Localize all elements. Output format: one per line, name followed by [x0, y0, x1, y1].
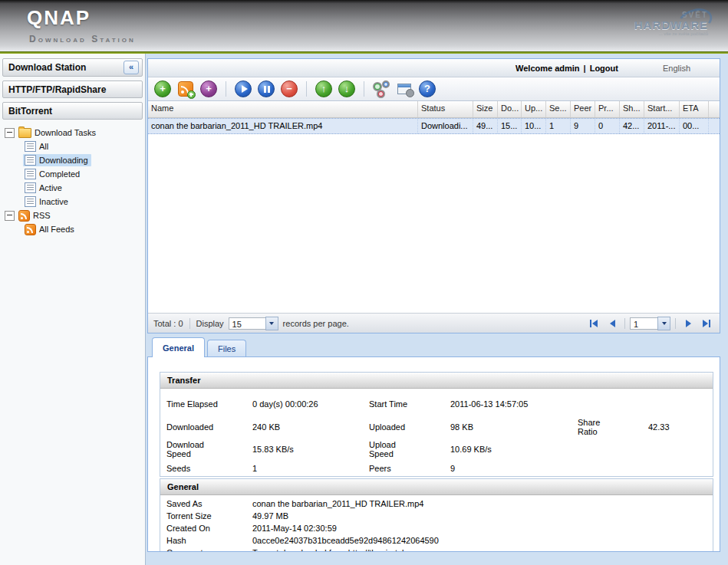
sidebar-title-bar: Download Station «: [2, 58, 143, 77]
cell-down: 15...: [498, 119, 522, 133]
collapse-minus-icon[interactable]: [5, 211, 15, 221]
settings-button[interactable]: [395, 79, 413, 99]
tree-item-download-tasks[interactable]: Download Tasks: [5, 126, 143, 140]
task-list-icon: [25, 182, 36, 193]
cell-up: 10...: [522, 119, 546, 133]
tree-item-label: Active: [39, 183, 62, 192]
pause-icon: [258, 80, 275, 97]
chevron-down-icon[interactable]: [657, 317, 670, 330]
column-header-share[interactable]: Sh...: [620, 101, 644, 117]
task-grid-panel: Welcome admin | Logout English + +: [147, 58, 720, 333]
add-url-button[interactable]: +: [199, 79, 218, 99]
priority-up-button[interactable]: ↑: [315, 79, 333, 99]
column-header-status[interactable]: Status: [418, 101, 473, 117]
next-page-button[interactable]: [680, 317, 696, 330]
welcome-bar: Welcome admin | Logout English: [148, 59, 720, 77]
column-header-up[interactable]: Up...: [522, 101, 546, 117]
uploaded-label: Uploaded: [369, 422, 450, 432]
toolbar: + + − ↑: [148, 77, 720, 101]
page-number-value[interactable]: 1: [630, 317, 657, 330]
priority-down-button[interactable]: ↓: [338, 79, 356, 99]
remove-task-button[interactable]: −: [280, 79, 298, 99]
tree-item-all-feeds[interactable]: All Feeds: [5, 222, 143, 236]
time-elapsed-value: 0 day(s) 00:00:26: [252, 399, 369, 409]
tree-item-all[interactable]: All: [5, 140, 143, 153]
column-header-start[interactable]: Start...: [644, 101, 680, 117]
tree-item-inactive[interactable]: Inactive: [5, 195, 143, 209]
column-header-name[interactable]: Name: [148, 101, 418, 117]
qnap-logo: QNAP: [27, 6, 91, 30]
page-size-value[interactable]: 15: [229, 317, 265, 330]
toolbar-separator: [226, 81, 226, 97]
prev-page-button[interactable]: [604, 317, 620, 330]
column-header-eta[interactable]: ETA: [680, 101, 709, 117]
tree-item-completed[interactable]: Completed: [5, 167, 143, 181]
toolbar-separator: [306, 81, 307, 97]
accordion-bittorrent[interactable]: BitTorrent: [2, 102, 143, 120]
tree-item-label: All Feeds: [39, 225, 74, 234]
app-header: QNAP Download Station SVĚT HARDWARE ... …: [0, 0, 728, 51]
last-page-button[interactable]: [699, 317, 714, 330]
cell-peer: 9: [571, 119, 595, 133]
sidebar: Download Station « HTTP/FTP/RapidShare B…: [0, 54, 146, 565]
transfer-section-body: Time Elapsed 0 day(s) 00:00:26 Start Tim…: [160, 389, 713, 476]
app-subtitle: Download Station: [29, 34, 136, 44]
page-number-combo[interactable]: 1: [630, 317, 670, 330]
bt-config-button[interactable]: [372, 79, 390, 99]
start-time-value: 2011-06-13 14:57:05: [450, 399, 578, 409]
column-header-size[interactable]: Size: [473, 101, 498, 117]
window-gear-icon: [397, 84, 411, 94]
accordion-http-ftp-rapidshare[interactable]: HTTP/FTP/RapidShare: [2, 80, 143, 98]
main-area: Welcome admin | Logout English + +: [146, 54, 728, 565]
upload-speed-label: Upload Speed: [369, 440, 415, 458]
tree-item-label: Downloading: [39, 156, 88, 165]
accordion-label: BitTorrent: [8, 106, 52, 117]
rss-icon: [18, 210, 30, 222]
add-icon: +: [154, 80, 171, 97]
task-list-icon: [25, 141, 36, 152]
grid-empty-area: [148, 134, 720, 313]
tree-item-label: RSS: [33, 211, 51, 220]
add-rss-feed-button[interactable]: [176, 79, 195, 99]
logout-link[interactable]: Logout: [590, 64, 618, 73]
sidebar-collapse-button[interactable]: «: [124, 61, 139, 74]
transfer-fieldset: Transfer Time Elapsed 0 day(s) 00:00:26 …: [160, 372, 713, 477]
page-size-combo[interactable]: 15: [229, 317, 278, 330]
tree-item-rss[interactable]: RSS: [5, 209, 143, 222]
help-button[interactable]: ?: [418, 79, 436, 99]
column-header-peer[interactable]: Peer: [571, 101, 595, 117]
plus-badge-icon: [187, 90, 196, 99]
tab-general[interactable]: General: [152, 337, 205, 357]
column-header-priority[interactable]: Pr...: [595, 101, 620, 117]
play-icon: [235, 80, 252, 97]
general-fieldset: General Saved As conan the barbarian_201…: [160, 478, 713, 552]
seeds-label: Seeds: [166, 464, 252, 473]
cell-eta: 00...: [680, 119, 709, 133]
comment-label: Comment: [166, 548, 252, 552]
accordion-label: HTTP/FTP/RapidShare: [8, 84, 106, 95]
add-download-button[interactable]: +: [153, 79, 172, 99]
paging-bar: Total : 0 Display 15 records per page. 1: [148, 313, 720, 333]
first-page-button[interactable]: [586, 317, 601, 330]
tab-files[interactable]: Files: [207, 340, 246, 356]
tree-item-downloading[interactable]: Downloading: [5, 153, 143, 167]
task-row-selected[interactable]: conan the barbarian_2011_HD TRAILER.mp4 …: [148, 118, 720, 134]
sidebar-title: Download Station: [8, 62, 86, 73]
tree-item-active[interactable]: Active: [5, 181, 143, 195]
start-task-button[interactable]: [234, 79, 252, 99]
download-speed-label: Download Speed: [166, 440, 212, 458]
welcome-divider: |: [584, 64, 586, 73]
language-selector[interactable]: English: [663, 64, 690, 73]
share-ratio-label: Share Ratio: [578, 418, 613, 436]
gears-icon: [373, 80, 390, 98]
upload-speed-value: 10.69 KB/s: [450, 445, 578, 454]
cell-status: Downloadi...: [418, 119, 473, 133]
column-header-down[interactable]: Do...: [498, 101, 522, 117]
cell-share: 42...: [620, 119, 644, 133]
general-section-body: Saved As conan the barbarian_2011_HD TRA…: [160, 495, 713, 552]
chevron-down-icon[interactable]: [265, 317, 278, 330]
column-header-seeds[interactable]: Se...: [546, 101, 571, 117]
pause-task-button[interactable]: [257, 79, 275, 99]
collapse-minus-icon[interactable]: [5, 128, 15, 138]
detail-tabs: General Files: [147, 336, 720, 356]
